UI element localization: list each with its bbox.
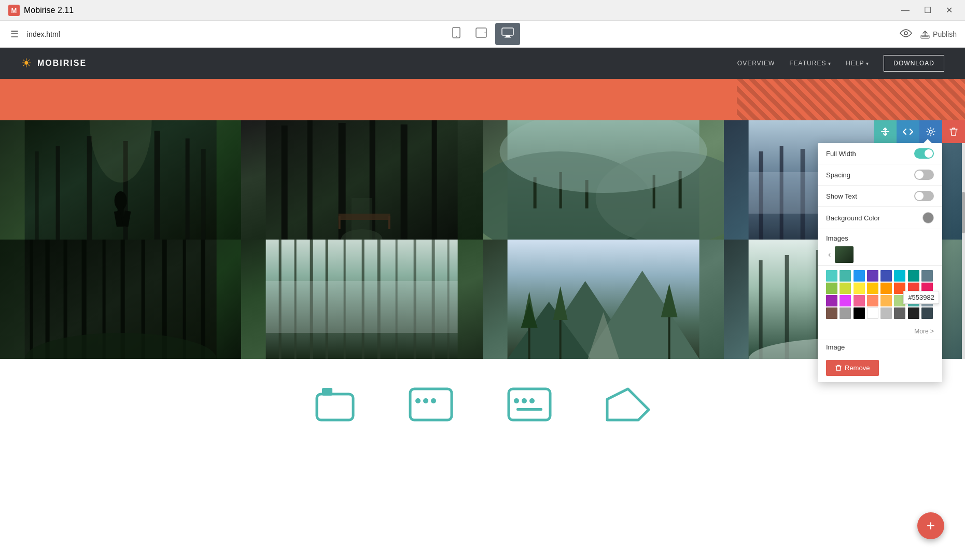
color-swatch[interactable] bbox=[880, 307, 892, 319]
svg-point-111 bbox=[514, 398, 519, 403]
nav-download-button[interactable]: DOWNLOAD bbox=[884, 55, 944, 72]
add-section-fab[interactable]: + bbox=[917, 512, 944, 539]
icon-shape-3 bbox=[506, 386, 553, 425]
thumb-prev-button[interactable]: ‹ bbox=[826, 249, 833, 260]
icon-shape-2 bbox=[408, 386, 454, 425]
svg-rect-88 bbox=[559, 320, 561, 359]
color-hex-tooltip: #553982 bbox=[903, 291, 939, 304]
bg-color-swatch[interactable] bbox=[922, 212, 934, 223]
color-swatch[interactable] bbox=[908, 270, 919, 282]
remove-button[interactable]: Remove bbox=[826, 360, 879, 376]
color-swatch[interactable] bbox=[854, 295, 865, 306]
settings-panel: Full Width Spacing Show Text Backgroun bbox=[818, 143, 942, 382]
color-swatch[interactable] bbox=[867, 307, 878, 319]
bg-color-label: Background Color bbox=[826, 214, 880, 222]
svg-rect-6 bbox=[502, 28, 513, 35]
color-swatch[interactable] bbox=[826, 283, 837, 294]
full-width-slider bbox=[914, 148, 934, 159]
color-swatch[interactable] bbox=[826, 295, 837, 306]
close-button[interactable]: ✕ bbox=[942, 3, 957, 17]
color-swatch[interactable] bbox=[921, 307, 933, 319]
color-swatch[interactable] bbox=[880, 283, 892, 294]
spacing-row: Spacing bbox=[818, 164, 942, 186]
color-swatch[interactable] bbox=[894, 307, 905, 319]
remove-label: Remove bbox=[845, 364, 870, 372]
color-swatch[interactable] bbox=[854, 270, 865, 282]
svg-rect-8 bbox=[505, 37, 511, 38]
gallery-delete-button[interactable] bbox=[942, 120, 965, 143]
nav-help[interactable]: HELP bbox=[846, 60, 869, 67]
more-colors-button[interactable]: More > bbox=[914, 328, 934, 335]
images-section: Images ‹ bbox=[818, 229, 942, 265]
scrollbar[interactable] bbox=[962, 120, 965, 359]
mobile-icon bbox=[452, 27, 461, 38]
desktop-view-button[interactable] bbox=[495, 23, 520, 45]
color-swatch[interactable] bbox=[867, 270, 878, 282]
color-swatch[interactable] bbox=[880, 270, 892, 282]
svg-rect-34 bbox=[339, 214, 390, 220]
mobile-view-button[interactable] bbox=[445, 23, 467, 45]
thumbnail-1[interactable] bbox=[835, 246, 854, 263]
gallery-code-button[interactable] bbox=[897, 120, 919, 143]
main-toolbar: ☰ index.html bbox=[0, 21, 965, 48]
banner-pattern bbox=[737, 79, 965, 120]
color-swatch[interactable] bbox=[880, 295, 892, 306]
svg-rect-26 bbox=[282, 125, 288, 240]
gallery-image-6[interactable] bbox=[241, 240, 482, 359]
color-swatch[interactable] bbox=[894, 270, 905, 282]
publish-button[interactable]: Publish bbox=[920, 30, 957, 39]
svg-rect-94 bbox=[759, 260, 762, 359]
svg-rect-90 bbox=[668, 317, 670, 359]
nav-overview[interactable]: OVERVIEW bbox=[737, 60, 775, 67]
color-swatch[interactable] bbox=[908, 307, 919, 319]
svg-rect-110 bbox=[509, 389, 550, 420]
minimize-button[interactable]: — bbox=[897, 3, 914, 17]
full-width-label: Full Width bbox=[826, 150, 856, 158]
svg-rect-57 bbox=[30, 240, 33, 359]
site-navbar: ☀ MOBIRISE OVERVIEW FEATURES HELP DOWNLO… bbox=[0, 48, 965, 79]
show-text-toggle[interactable] bbox=[914, 191, 934, 201]
code-icon bbox=[903, 128, 913, 136]
color-swatch[interactable] bbox=[867, 295, 878, 306]
sun-icon: ☀ bbox=[21, 56, 32, 71]
brand-name: MOBIRISE bbox=[37, 59, 87, 68]
maximize-button[interactable]: ☐ bbox=[920, 3, 935, 17]
color-swatch[interactable] bbox=[867, 283, 878, 294]
spacing-slider bbox=[914, 170, 934, 180]
color-swatch[interactable] bbox=[826, 270, 837, 282]
hamburger-button[interactable]: ☰ bbox=[8, 26, 21, 42]
gallery-arrows-button[interactable] bbox=[874, 120, 897, 143]
images-thumbs: ‹ bbox=[826, 246, 934, 263]
scrollbar-thumb[interactable] bbox=[962, 192, 965, 233]
gallery-image-5[interactable] bbox=[0, 240, 241, 359]
nav-features[interactable]: FEATURES bbox=[789, 60, 831, 67]
svg-text:M: M bbox=[11, 7, 17, 15]
gallery-image-3[interactable] bbox=[483, 120, 724, 240]
navbar-links: OVERVIEW FEATURES HELP DOWNLOAD bbox=[737, 55, 944, 72]
spacing-toggle[interactable] bbox=[914, 170, 934, 180]
color-hex-value: #553982 bbox=[908, 293, 934, 301]
more-link-row: More > bbox=[818, 324, 942, 340]
preview-button[interactable] bbox=[900, 28, 912, 40]
color-swatch[interactable] bbox=[840, 283, 851, 294]
gallery-image-1[interactable] bbox=[0, 120, 241, 240]
show-text-label: Show Text bbox=[826, 192, 857, 200]
svg-rect-13 bbox=[56, 146, 60, 240]
svg-point-113 bbox=[529, 398, 535, 403]
color-swatch[interactable] bbox=[854, 283, 865, 294]
full-width-toggle[interactable] bbox=[914, 148, 934, 159]
color-swatch[interactable] bbox=[921, 270, 933, 282]
color-swatch[interactable] bbox=[840, 307, 851, 319]
svg-rect-31 bbox=[432, 120, 437, 240]
color-swatch[interactable] bbox=[826, 307, 837, 319]
svg-rect-16 bbox=[155, 131, 160, 240]
color-swatch[interactable] bbox=[854, 307, 865, 319]
app-logo-icon: M bbox=[8, 5, 20, 16]
gallery-image-2[interactable] bbox=[241, 120, 482, 240]
color-swatch[interactable] bbox=[840, 270, 851, 282]
gallery-image-7[interactable] bbox=[483, 240, 724, 359]
svg-point-3 bbox=[456, 36, 457, 37]
device-switcher bbox=[445, 23, 520, 45]
tablet-view-button[interactable] bbox=[469, 23, 493, 45]
color-swatch[interactable] bbox=[840, 295, 851, 306]
